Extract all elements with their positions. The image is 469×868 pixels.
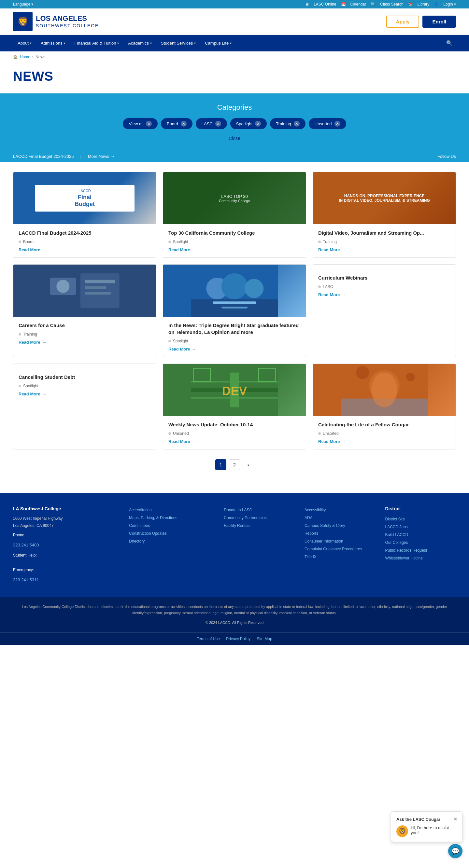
nav-about[interactable]: About ▾ [13, 35, 36, 51]
card-3-category: Training [318, 240, 450, 244]
page-1-button[interactable]: 1 [215, 459, 226, 470]
page-2-button[interactable]: 2 [229, 459, 240, 470]
breaking-separator: | [80, 154, 81, 159]
svg-point-3 [56, 280, 69, 293]
class-search-icon: 🔍 [371, 2, 376, 6]
footer-district-site-link[interactable]: District Site [385, 515, 456, 523]
login-link[interactable]: Login ▾ [443, 2, 456, 6]
footer-district-title: District [385, 506, 456, 511]
language-selector[interactable]: Language ▾ [13, 2, 33, 6]
footer-campus-safety-link[interactable]: Campus Safety & Clery [304, 522, 376, 529]
card-8-read-more[interactable]: Read More → [168, 439, 301, 444]
card-6-read-more[interactable]: Read More → [318, 292, 450, 297]
news-grid: LACCD Final Budget LACCD Final Budget 20… [13, 172, 456, 450]
logo-area[interactable]: 🦁 LOS ANGELES SOUTHWEST COLLEGE [13, 12, 99, 31]
cat-board[interactable]: Board ✕ [161, 118, 193, 129]
card-3-read-more[interactable]: Read More → [318, 247, 450, 252]
footer-phone-label: Phone: [13, 532, 119, 539]
footer-phone[interactable]: 323.241.5400 [13, 541, 119, 549]
card-5-read-more[interactable]: Read More → [168, 347, 301, 351]
language-label: Language [13, 2, 30, 6]
cat-close-icon[interactable]: ✕ [294, 121, 300, 127]
close-categories-link[interactable]: Close [229, 136, 240, 141]
footer-directory-link[interactable]: Directory [129, 537, 214, 545]
nav-academics[interactable]: Academics ▾ [123, 35, 156, 51]
footer-title-ix-link[interactable]: Title IX [304, 553, 376, 561]
cat-training[interactable]: Training ✕ [270, 118, 305, 129]
card-7-read-more[interactable]: Read More → [19, 392, 151, 396]
apply-button[interactable]: Apply [386, 16, 419, 28]
news-section: LACCD Final Budget LACCD Final Budget 20… [0, 162, 469, 493]
footer-laccd-jobs-link[interactable]: LACCD Jobs [385, 523, 456, 531]
footer-ada-link[interactable]: ADA [304, 514, 376, 522]
footer-construction-link[interactable]: Construction Updates [129, 529, 214, 537]
nav-financial-aid[interactable]: Financial Aid & Tuition ▾ [70, 35, 123, 51]
next-page-button[interactable]: › [243, 459, 254, 470]
footer-maps-link[interactable]: Maps, Parking, & Directions [129, 514, 214, 522]
footer-complaint-link[interactable]: Complaint Grievance Procedures [304, 545, 376, 553]
nav-student-services[interactable]: Student Services ▾ [156, 35, 200, 51]
card-2-read-more[interactable]: Read More → [168, 247, 301, 252]
svg-point-9 [222, 273, 247, 300]
class-search-link[interactable]: Class Search [380, 2, 403, 6]
cat-lasc[interactable]: LASC ✕ [196, 118, 227, 129]
terms-of-use-link[interactable]: Terms of Use [197, 637, 220, 641]
cat-close-icon[interactable]: ✕ [146, 121, 152, 127]
card-3-title: Digital Video, Journalism and Streaming … [318, 229, 450, 236]
enroll-button[interactable]: Enroll [422, 16, 456, 28]
svg-rect-12 [213, 301, 256, 304]
categories-section: Categories View all ✕ Board ✕ LASC ✕ Spo… [0, 93, 469, 151]
cat-close-icon[interactable]: ✕ [334, 121, 340, 127]
nav-campus-life[interactable]: Campus Life ▾ [200, 35, 236, 51]
arrow-right-icon: → [192, 347, 196, 351]
footer-accessibility-link[interactable]: Accessibility [304, 506, 376, 514]
footer-community-partnerships-link[interactable]: Community Partnerships [224, 514, 295, 522]
more-news-link[interactable]: More News → [88, 154, 115, 159]
breaking-news-link[interactable]: LACCD Final Budget 2024-2025 [13, 154, 74, 159]
cat-close-icon[interactable]: ✕ [215, 121, 221, 127]
card-9-read-more[interactable]: Read More → [318, 439, 450, 444]
breadcrumb-home[interactable]: Home [20, 55, 30, 59]
card-4-read-more[interactable]: Read More → [19, 340, 151, 345]
arrow-right-icon: → [42, 247, 46, 252]
footer-facility-rentals-link[interactable]: Facility Rentals [224, 522, 295, 529]
site-map-link[interactable]: Site Map [257, 637, 272, 641]
page-title: NEWS [13, 69, 456, 84]
footer-public-records-link[interactable]: Public Records Request [385, 547, 456, 554]
cat-close-icon[interactable]: ✕ [255, 121, 261, 127]
footer-build-laccd-link[interactable]: Build LACCD [385, 531, 456, 539]
lasc-online-link[interactable]: LASC Online [314, 2, 336, 6]
cat-unsorted[interactable]: Unsorted ✕ [309, 118, 346, 129]
footer-donate-link[interactable]: Donate to LASC [224, 506, 295, 514]
calendar-link[interactable]: Calendar [350, 2, 367, 6]
footer-whistleblower-link[interactable]: Whistleblower Hotline [385, 554, 456, 562]
library-link[interactable]: Library [417, 2, 430, 6]
footer-reports-link[interactable]: Reports [304, 529, 376, 537]
nav-admissions[interactable]: Admissions ▾ [36, 35, 70, 51]
card-6-category: LASC [318, 284, 450, 289]
footer-col-accessibility: Accessibility ADA Campus Safety & Clery … [304, 506, 376, 584]
svg-point-27 [406, 373, 415, 381]
privacy-policy-link[interactable]: Privacy Policy [226, 637, 251, 641]
card-1-read-more[interactable]: Read More → [19, 247, 151, 252]
footer-col-community: Donate to LASC Community Partnerships Fa… [224, 506, 295, 584]
logo-text: LOS ANGELES SOUTHWEST COLLEGE [36, 14, 99, 28]
cat-spotlight[interactable]: Spotlight ✕ [230, 118, 267, 129]
news-card-9: Celebrating the Life of a Fellow Cougar … [313, 364, 456, 450]
category-dot [318, 285, 321, 288]
footer-address: 1600 West Imperial HighwayLos Angeles, C… [13, 515, 119, 529]
breadcrumb-separator: › [32, 55, 33, 59]
search-icon[interactable]: 🔍 [443, 35, 456, 52]
cat-close-icon[interactable]: ✕ [181, 121, 187, 127]
footer-accreditation-link[interactable]: Accreditation [129, 506, 214, 514]
footer-committees-link[interactable]: Committees [129, 522, 214, 529]
svg-point-26 [356, 366, 369, 379]
footer-emergency-phone[interactable]: 323.241.5311 [13, 576, 119, 584]
card-1-category: Board [19, 240, 151, 244]
cat-view-all[interactable]: View all ✕ [123, 118, 158, 129]
category-dot [318, 241, 321, 243]
footer-our-colleges-link[interactable]: Our Colleges [385, 539, 456, 547]
chevron-icon: ▾ [117, 41, 119, 45]
category-dot [318, 432, 321, 435]
footer-consumer-info-link[interactable]: Consumer Information [304, 537, 376, 545]
